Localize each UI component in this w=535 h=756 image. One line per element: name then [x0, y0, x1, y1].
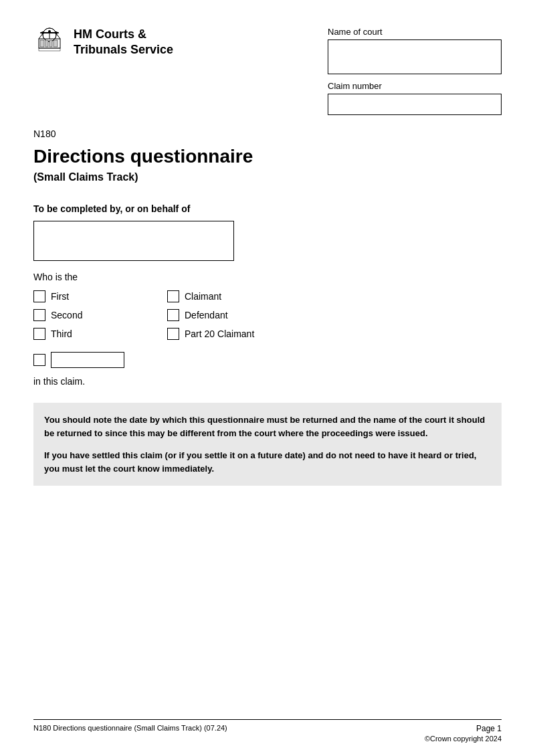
form-number: N180 — [33, 128, 502, 139]
defendant-label: Defendant — [185, 310, 228, 320]
claim-number-field: Claim number — [328, 81, 502, 115]
in-this-claim: in this claim. — [33, 376, 502, 387]
org-name: HM Courts & Tribunals Service — [74, 27, 173, 58]
footer-form-ref: N180 Directions questionnaire (Small Cla… — [33, 724, 227, 732]
defendant-checkbox-row: Defendant — [167, 309, 301, 321]
other-row — [33, 352, 502, 368]
footer: N180 Directions questionnaire (Small Cla… — [33, 719, 502, 743]
crown-logo — [33, 27, 66, 59]
other-input[interactable] — [51, 352, 124, 368]
completed-by-input[interactable] — [33, 221, 234, 261]
page-number: Page 1 — [425, 724, 502, 733]
court-name-label: Name of court — [328, 27, 502, 37]
svg-rect-6 — [49, 40, 52, 47]
court-fields: Name of court Claim number — [328, 27, 502, 115]
logo-area: HM Courts & Tribunals Service — [33, 27, 173, 59]
page: HM Courts & Tribunals Service Name of co… — [0, 0, 535, 756]
svg-rect-4 — [40, 40, 44, 47]
other-checkbox[interactable] — [33, 354, 45, 366]
claim-number-input[interactable] — [328, 94, 502, 115]
first-label: First — [51, 291, 69, 302]
court-name-input[interactable] — [328, 39, 502, 74]
org-name-line2: Tribunals Service — [74, 42, 173, 58]
svg-line-9 — [56, 33, 60, 39]
svg-rect-5 — [45, 40, 48, 47]
part20-label: Part 20 Claimant — [185, 328, 254, 339]
second-label: Second — [51, 310, 82, 320]
claimant-checkbox-row: Claimant — [167, 290, 301, 302]
copyright: ©Crown copyright 2024 — [425, 735, 502, 743]
svg-line-8 — [39, 33, 43, 39]
form-subtitle: (Small Claims Track) — [33, 171, 502, 183]
defendant-checkbox[interactable] — [167, 309, 179, 321]
svg-point-11 — [48, 30, 51, 33]
third-checkbox[interactable] — [33, 328, 45, 340]
third-label: Third — [51, 328, 72, 339]
first-checkbox[interactable] — [33, 290, 45, 302]
first-checkbox-row: First — [33, 290, 167, 302]
third-checkbox-row: Third — [33, 328, 167, 340]
svg-rect-14 — [39, 48, 60, 51]
second-checkbox[interactable] — [33, 309, 45, 321]
completed-by-section: To be completed by, or on behalf of — [33, 203, 502, 261]
court-name-field: Name of court — [328, 27, 502, 74]
header: HM Courts & Tribunals Service Name of co… — [33, 27, 502, 115]
part20-checkbox[interactable] — [167, 328, 179, 340]
claimant-label: Claimant — [185, 291, 221, 302]
notice-text-2: If you have settled this claim (or if yo… — [44, 449, 491, 475]
completed-by-label: To be completed by, or on behalf of — [33, 203, 502, 214]
footer-right: Page 1 ©Crown copyright 2024 — [425, 724, 502, 743]
org-name-line1: HM Courts & — [74, 27, 173, 42]
notice-text-1: You should note the date by which this q… — [44, 413, 491, 440]
svg-rect-7 — [54, 40, 58, 47]
footer-left: N180 Directions questionnaire (Small Cla… — [33, 724, 227, 732]
right-checkboxes: Claimant Defendant Part 20 Claimant — [167, 290, 301, 347]
part20-checkbox-row: Part 20 Claimant — [167, 328, 301, 340]
svg-point-12 — [41, 31, 44, 34]
claim-number-label: Claim number — [328, 81, 502, 91]
svg-point-13 — [55, 31, 58, 34]
checkboxes-grid: First Second Third Claimant Defendant — [33, 290, 502, 347]
notice-box: You should note the date by which this q… — [33, 403, 502, 486]
left-checkboxes: First Second Third — [33, 290, 167, 347]
second-checkbox-row: Second — [33, 309, 167, 321]
claimant-checkbox[interactable] — [167, 290, 179, 302]
who-is-label: Who is the — [33, 272, 502, 282]
form-title: Directions questionnaire — [33, 146, 502, 167]
